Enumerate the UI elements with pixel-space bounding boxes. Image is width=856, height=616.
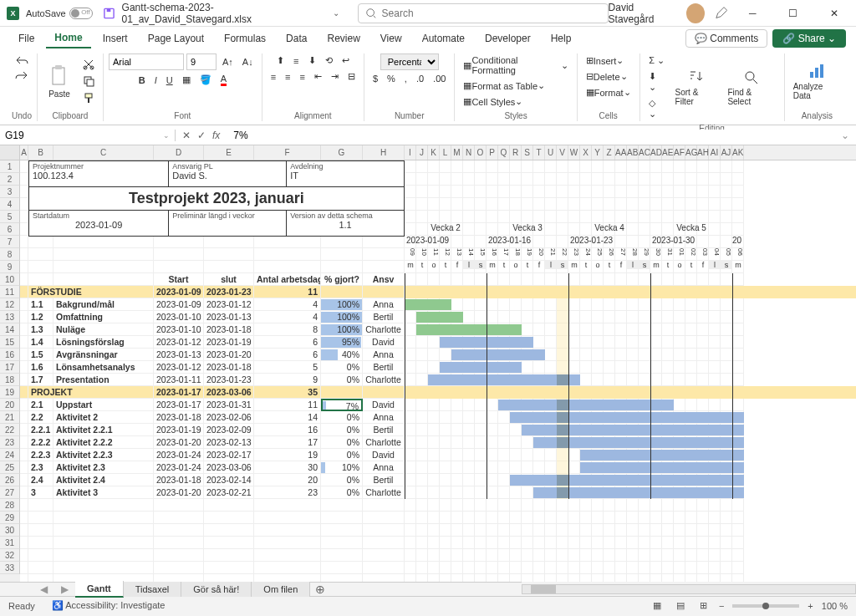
cell[interactable] bbox=[545, 461, 557, 474]
row-header[interactable]: 3 bbox=[0, 186, 20, 198]
cell[interactable] bbox=[363, 524, 405, 537]
cell[interactable]: 2023-01-18 bbox=[154, 411, 204, 424]
cell[interactable] bbox=[463, 424, 475, 436]
cell[interactable] bbox=[20, 486, 28, 499]
cell[interactable]: 95% bbox=[321, 336, 363, 349]
cell[interactable] bbox=[510, 186, 522, 198]
cell[interactable] bbox=[510, 537, 522, 549]
cell[interactable] bbox=[721, 261, 732, 273]
cell[interactable] bbox=[28, 499, 54, 512]
cell[interactable] bbox=[685, 562, 697, 574]
cell[interactable] bbox=[685, 574, 697, 582]
cell[interactable] bbox=[487, 186, 498, 198]
cell[interactable] bbox=[440, 411, 451, 424]
cell[interactable] bbox=[416, 211, 428, 223]
cell[interactable] bbox=[451, 273, 463, 286]
increase-indent-button[interactable]: ⇥ bbox=[328, 69, 342, 84]
cell[interactable] bbox=[732, 261, 744, 273]
cell[interactable] bbox=[674, 273, 685, 286]
menu-formulas[interactable]: Formulas bbox=[216, 29, 274, 48]
cell[interactable] bbox=[545, 248, 557, 261]
cell[interactable] bbox=[321, 524, 363, 537]
cell[interactable] bbox=[405, 537, 416, 549]
row-header[interactable]: 28 bbox=[0, 499, 20, 512]
cell[interactable]: Lönsamhetsanalys bbox=[54, 361, 154, 374]
add-sheet-button[interactable]: ⊕ bbox=[310, 583, 330, 596]
cell[interactable] bbox=[627, 537, 639, 549]
cell[interactable] bbox=[627, 311, 639, 323]
cell[interactable] bbox=[545, 160, 557, 173]
cell[interactable]: 30 bbox=[254, 461, 321, 474]
cell[interactable] bbox=[487, 273, 498, 286]
cell[interactable] bbox=[709, 574, 721, 582]
cell[interactable] bbox=[416, 562, 428, 574]
cell[interactable]: 6 bbox=[254, 349, 321, 361]
cell[interactable] bbox=[533, 449, 545, 461]
col-header[interactable]: AG bbox=[685, 145, 697, 160]
cell[interactable] bbox=[54, 236, 154, 248]
cell[interactable] bbox=[557, 461, 568, 474]
autosave-toggle[interactable]: AutoSave Off bbox=[26, 8, 93, 19]
cell[interactable]: 4 bbox=[254, 311, 321, 323]
filename[interactable]: Gantt-schema-2023-01_av_David_Stavegard.… bbox=[122, 2, 329, 25]
cell[interactable] bbox=[732, 374, 744, 386]
cell[interactable] bbox=[522, 436, 533, 449]
cell[interactable] bbox=[568, 173, 580, 186]
cell[interactable] bbox=[451, 461, 463, 474]
cell[interactable] bbox=[510, 173, 522, 186]
cell[interactable] bbox=[721, 211, 732, 223]
cell[interactable] bbox=[592, 349, 604, 361]
cell[interactable] bbox=[674, 549, 685, 562]
cell[interactable] bbox=[428, 512, 440, 524]
cell[interactable] bbox=[463, 273, 475, 286]
cell[interactable] bbox=[615, 211, 627, 223]
cell[interactable] bbox=[20, 361, 28, 374]
cell[interactable] bbox=[451, 562, 463, 574]
cell[interactable] bbox=[568, 311, 580, 323]
cell[interactable] bbox=[254, 236, 321, 248]
cell[interactable] bbox=[662, 524, 674, 537]
cell[interactable] bbox=[604, 211, 615, 223]
cell[interactable]: 2023-01-20 bbox=[154, 486, 204, 499]
cell[interactable] bbox=[709, 512, 721, 524]
cell[interactable] bbox=[697, 211, 709, 223]
cell[interactable] bbox=[721, 248, 732, 261]
cell[interactable] bbox=[557, 574, 568, 582]
cell[interactable] bbox=[650, 160, 662, 173]
undo-button[interactable] bbox=[12, 53, 32, 67]
cell[interactable] bbox=[674, 311, 685, 323]
cell[interactable]: 2023-02-14 bbox=[204, 474, 254, 486]
cell[interactable] bbox=[321, 236, 363, 248]
cell[interactable] bbox=[650, 248, 662, 261]
cell[interactable] bbox=[557, 361, 568, 374]
menu-page-layout[interactable]: Page Layout bbox=[140, 29, 212, 48]
cell[interactable] bbox=[732, 562, 744, 574]
cell[interactable] bbox=[475, 474, 487, 486]
row-header[interactable]: 2 bbox=[0, 173, 20, 186]
cell[interactable] bbox=[522, 549, 533, 562]
cell[interactable] bbox=[674, 261, 685, 273]
cell[interactable] bbox=[639, 336, 650, 349]
cell[interactable] bbox=[522, 261, 533, 273]
cell[interactable]: 100% bbox=[321, 311, 363, 323]
cell[interactable] bbox=[440, 424, 451, 436]
cell[interactable] bbox=[650, 562, 662, 574]
format-as-table-button[interactable]: ▦ Format as Table ⌄ bbox=[460, 79, 548, 93]
cell[interactable] bbox=[54, 273, 154, 286]
cell[interactable] bbox=[732, 537, 744, 549]
cell[interactable] bbox=[510, 574, 522, 582]
cell[interactable] bbox=[475, 248, 487, 261]
zoom-slider[interactable] bbox=[732, 604, 799, 608]
cell[interactable] bbox=[20, 248, 28, 261]
cell[interactable] bbox=[557, 298, 568, 311]
cell[interactable] bbox=[463, 173, 475, 186]
cell[interactable]: 0% bbox=[321, 436, 363, 449]
cell[interactable] bbox=[522, 512, 533, 524]
cell[interactable] bbox=[363, 537, 405, 549]
cell[interactable] bbox=[451, 186, 463, 198]
cell[interactable] bbox=[321, 562, 363, 574]
col-header[interactable]: AA bbox=[615, 145, 627, 160]
cell[interactable] bbox=[545, 349, 557, 361]
cell[interactable] bbox=[709, 273, 721, 286]
cell[interactable] bbox=[615, 549, 627, 562]
